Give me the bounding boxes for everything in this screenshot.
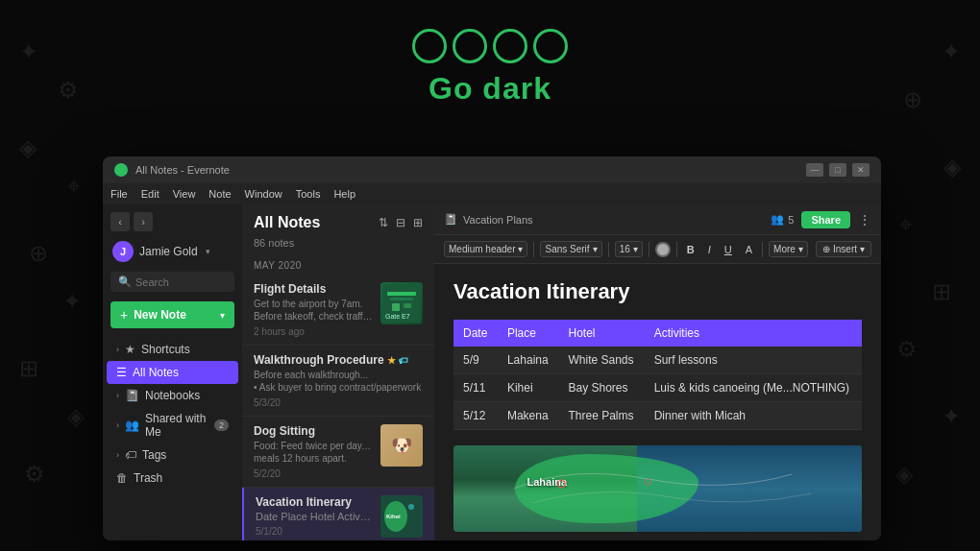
sidebar-item-trash[interactable]: 🗑 Trash [107,467,238,490]
search-box: 🔍 [110,272,234,292]
menu-note[interactable]: Note [208,188,231,200]
font-color-button[interactable]: A [742,242,756,257]
filter-icon[interactable]: ⊟ [396,216,405,229]
notebooks-icon: 📓 [125,389,139,402]
minimize-button[interactable]: — [806,163,823,177]
table-row: 5/9 Lahaina White Sands Surf lessons [453,347,862,374]
more-button[interactable]: ⋮ [858,212,871,228]
note-content: Walkthrough Procedure ★ 🏷 Before each wa… [254,353,423,408]
logo-circle-2 [453,29,487,63]
italic-button[interactable]: I [704,242,715,257]
table-cell: Makena [498,402,559,430]
note-content: Dog Sitting Food: Feed twice per day. Sp… [254,424,373,479]
table-header-hotel: Hotel [558,320,644,347]
toolbar-divider [649,242,649,257]
font-size-label: 16 [620,244,630,254]
list-item[interactable]: Dog Sitting Food: Feed twice per day. Sp… [242,417,434,488]
table-cell: 5/9 [453,347,498,374]
share-button[interactable]: Share [801,211,850,228]
view-icon[interactable]: ⊞ [413,216,423,229]
more-label: More [773,244,796,254]
bold-button[interactable]: B [683,242,698,257]
collab-count: 👥 5 [771,213,794,226]
sidebar-item-tags[interactable]: › 🏷 Tags [107,443,238,467]
all-notes-icon: ☰ [116,366,127,379]
text-color-button[interactable] [655,242,671,257]
maximize-button[interactable]: □ [829,163,846,177]
table-cell: 5/11 [453,374,498,402]
app-window: All Notes - Evernote — □ ✕ File Edit Vie… [103,156,881,540]
back-button[interactable]: ‹ [110,212,130,231]
note-heading: Vacation Itinerary [453,279,862,304]
star-icon: ★ [387,355,396,366]
toolbar-divider [533,242,534,257]
format-toolbar: Medium header ▾ Sans Serif ▾ 16 ▾ B I [434,235,881,264]
menu-window[interactable]: Window [245,188,282,200]
header-chevron-icon: ▾ [518,244,523,254]
insert-button[interactable]: ⊕ Insert ▾ [816,241,871,257]
svg-rect-4 [404,303,411,308]
notes-toolbar: ⇅ ⊟ ⊞ [379,216,423,229]
font-select[interactable]: Sans Serif ▾ [540,241,601,257]
notes-date-group: MAY 2020 [242,254,434,275]
list-item[interactable]: Walkthrough Procedure ★ 🏷 Before each wa… [242,346,434,417]
font-size-select[interactable]: 16 ▾ [615,241,643,257]
table-cell: Kihei [498,374,559,402]
branding-area: Go dark [412,29,568,107]
close-button[interactable]: ✕ [852,163,870,177]
logo-circle-1 [412,29,447,63]
font-label: Sans Serif [545,244,589,254]
sidebar-item-all-notes[interactable]: ☰ All Notes [107,361,238,384]
more-format-select[interactable]: More ▾ [769,241,808,257]
itinerary-table: Date Place Hotel Activities 5/9 Lahaina … [453,320,862,430]
sort-icon[interactable]: ⇅ [379,216,388,229]
sidebar-item-label: Shortcuts [141,343,190,356]
note-preview: Get to the airport by 7am.Before takeoff… [254,298,373,323]
user-row[interactable]: J Jamie Gold ▾ [103,235,242,268]
table-header-activities: Activities [645,320,862,347]
trash-icon: 🗑 [116,471,128,485]
sidebar-item-shared[interactable]: › 👥 Shared with Me 2 [107,407,238,443]
search-input[interactable] [135,276,227,288]
breadcrumb: 📓 Vacation Plans [444,213,533,226]
header-style-select[interactable]: Medium header ▾ [444,241,527,257]
menu-tools[interactable]: Tools [296,188,321,200]
new-note-left: + New Note [120,307,186,323]
app-body: ‹ › J Jamie Gold ▾ 🔍 + New Note ▾ [103,204,881,540]
user-name: Jamie Gold [139,245,198,258]
sidebar-item-label: Trash [134,471,162,485]
note-thumbnail: 🐶 [380,424,423,467]
user-chevron-icon: ▾ [206,247,210,256]
new-note-button[interactable]: + New Note ▾ [110,301,234,328]
sidebar-item-shortcuts[interactable]: › ★ Shortcuts [107,338,238,361]
table-cell: Luis & kids canoeing (Me...NOTHING) [645,374,862,402]
menu-edit[interactable]: Edit [141,188,159,200]
svg-rect-2 [390,298,413,300]
expand-icon: › [116,391,119,400]
list-item[interactable]: Flight Details Get to the airport by 7am… [242,275,434,346]
menu-view[interactable]: View [173,188,196,200]
size-chevron-icon: ▾ [633,244,638,254]
forward-button[interactable]: › [134,212,153,231]
tag-icon: 🏷 [399,355,408,366]
editor-content: Vacation Itinerary Date Place Hotel Acti… [434,264,881,540]
map-roads [453,445,862,532]
sidebar-item-label: Notebooks [145,389,200,402]
svg-rect-1 [387,292,416,296]
insert-icon: ⊕ [822,244,830,254]
insert-chevron-icon: ▾ [860,244,865,254]
underline-button[interactable]: U [721,242,736,257]
plus-icon: + [120,307,128,323]
table-header-date: Date [453,320,498,347]
editor-header: 📓 Vacation Plans 👥 5 Share ⋮ [434,204,881,235]
expand-icon: › [116,345,119,354]
menu-help[interactable]: Help [333,188,355,200]
note-preview: Date Place Hotel Activities [256,511,373,522]
header-style-label: Medium header [449,244,515,254]
table-cell: Dinner with Micah [645,402,862,430]
menu-file[interactable]: File [110,188,128,200]
sidebar-item-notebooks[interactable]: › 📓 Notebooks [107,384,238,407]
list-item[interactable]: Vacation Itinerary Date Place Hotel Acti… [242,488,434,540]
note-date: 5/3/20 [254,397,423,408]
table-cell: Bay Shores [558,374,644,402]
